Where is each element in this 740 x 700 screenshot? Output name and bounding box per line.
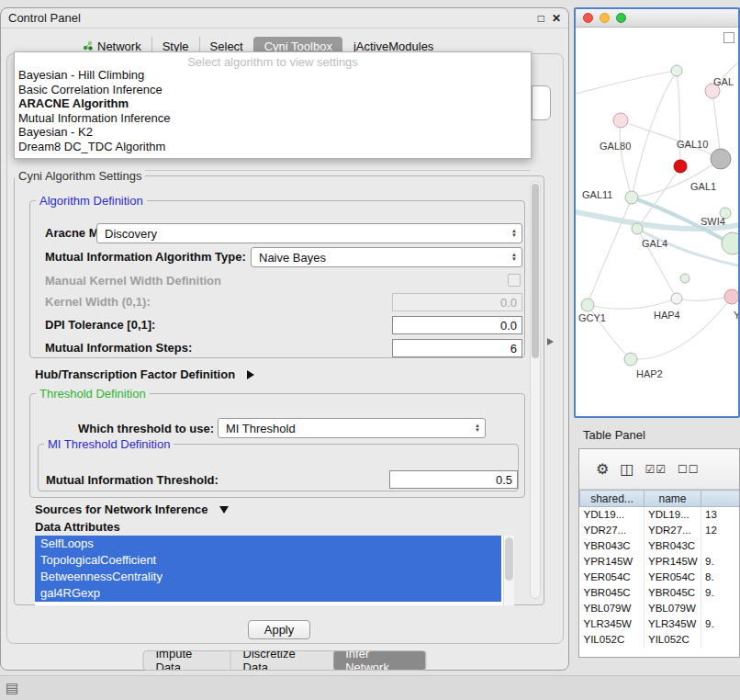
which-threshold-select[interactable]: MI Threshold ▲ ▼: [218, 418, 486, 438]
table-row[interactable]: YDR27...YDR27...12: [580, 523, 740, 538]
network-edge[interactable]: [620, 120, 632, 198]
apply-button[interactable]: Apply: [248, 620, 310, 639]
dpi-tolerance-field[interactable]: [392, 316, 522, 334]
network-node[interactable]: [624, 353, 637, 366]
settings-group-title: Cyni Algorithm Settings: [15, 169, 145, 183]
network-node[interactable]: [671, 65, 682, 76]
mi-steps-field[interactable]: [392, 339, 522, 357]
mi-threshold-label: Mutual Information Threshold:: [46, 473, 219, 487]
network-edge[interactable]: [588, 299, 677, 309]
network-edge[interactable]: [677, 71, 680, 166]
float-window-icon[interactable]: □: [538, 13, 544, 24]
manual-kernel-checkbox[interactable]: [508, 274, 521, 287]
dpi-tolerance-label: DPI Tolerance [0,1]:: [45, 318, 155, 332]
collapse-down-icon[interactable]: [219, 506, 229, 514]
mi-algorithm-type-select[interactable]: Naive Bayes ▲ ▼: [251, 247, 522, 267]
footer-strip: [0, 675, 740, 700]
algorithm-option[interactable]: Bayesian - Hill Climbing: [15, 68, 531, 83]
algorithm-option[interactable]: ARACNE Algorithm: [15, 96, 531, 111]
node-label: GAL4: [642, 238, 667, 249]
combo-down-icon: ▼: [511, 233, 517, 238]
node-label: GAL80: [600, 141, 631, 152]
attributes-scrollbar[interactable]: [503, 536, 514, 605]
algorithm-combo-fragment[interactable]: [532, 85, 551, 120]
bottom-tab-impute-data[interactable]: Impute Data: [144, 651, 230, 670]
network-node[interactable]: [625, 191, 638, 204]
network-node[interactable]: [711, 149, 731, 169]
hub-definition-section[interactable]: Hub/Transcription Factor Definition: [35, 366, 254, 382]
attribute-list-item[interactable]: TopologicalCoefficient: [35, 552, 501, 569]
zoom-traffic-light[interactable]: [616, 13, 626, 23]
splitter-arrow-icon[interactable]: [547, 338, 554, 345]
network-edge[interactable]: [677, 297, 732, 300]
node-label: HAP2: [636, 368, 663, 379]
network-canvas[interactable]: GALGAL80GAL10GAL1GAL11SWI4GAL4GCY1HAP4HA…: [576, 29, 738, 418]
network-edge[interactable]: [576, 71, 677, 94]
deselect-all-checks-icon[interactable]: ☐☐: [678, 464, 700, 475]
network-edge[interactable]: [632, 71, 677, 198]
desktop: Control Panel □ ✕ NetworkStyleSelectCyni…: [0, 0, 740, 700]
settings-scrollbar[interactable]: [530, 181, 541, 599]
column-header[interactable]: name: [645, 491, 701, 507]
bottom-tab-bar: Impute DataDiscretize DataInfer Network: [143, 650, 427, 671]
table-cell: 9.: [701, 585, 740, 601]
minimize-traffic-light[interactable]: [600, 13, 610, 23]
scrollbar-thumb[interactable]: [532, 184, 539, 358]
close-icon[interactable]: ✕: [552, 13, 561, 24]
network-edge[interactable]: [631, 297, 732, 359]
table-row[interactable]: YLR345WYLR345W9.: [580, 616, 740, 632]
table-cell: YDR27...: [645, 523, 701, 538]
table-row[interactable]: YBR045CYBR045C9.: [580, 585, 740, 601]
table-row[interactable]: YPR145WYPR145W9.: [580, 554, 740, 570]
network-node[interactable]: [581, 299, 594, 311]
which-threshold-value: MI Threshold: [226, 422, 296, 435]
which-threshold-label: Which threshold to use:: [78, 422, 214, 435]
bottom-tab-infer-network[interactable]: Infer Network: [332, 651, 425, 670]
table-cell: YBL079W: [580, 601, 645, 616]
table-row[interactable]: YDL19...YDL19...13: [580, 507, 740, 523]
table-cell: YBR045C: [580, 585, 645, 601]
table-row[interactable]: YBR043CYBR043C: [580, 538, 740, 554]
sources-section-header[interactable]: Sources for Network Inference: [35, 501, 229, 517]
expand-right-icon[interactable]: [247, 370, 254, 379]
network-node[interactable]: [722, 232, 738, 254]
column-header[interactable]: [701, 491, 740, 507]
algorithm-option[interactable]: Bayesian - K2: [15, 125, 531, 140]
bottom-tab-discretize-data[interactable]: Discretize Data: [230, 651, 333, 670]
scrollbar-thumb[interactable]: [505, 537, 513, 581]
network-node[interactable]: [671, 293, 682, 304]
column-header[interactable]: shared...: [580, 491, 645, 507]
panel-toggle-icon[interactable]: ▤: [6, 680, 18, 696]
network-node[interactable]: [613, 113, 628, 128]
table-row[interactable]: YIL052CYIL052C: [580, 632, 740, 648]
network-window-titlebar: [576, 9, 738, 28]
combo-arrows-icon: ▲ ▼: [511, 253, 517, 262]
manual-kernel-label: Manual Kernel Width Definition: [45, 274, 221, 288]
table-cell: YDL19...: [645, 507, 701, 523]
mi-threshold-field[interactable]: [389, 470, 518, 489]
columns-icon[interactable]: ◫: [620, 462, 633, 477]
network-node[interactable]: [632, 223, 643, 234]
algorithm-option[interactable]: Basic Correlation Inference: [15, 83, 531, 97]
kernel-width-field[interactable]: [392, 293, 522, 311]
gear-icon[interactable]: ⚙: [596, 462, 609, 477]
algorithm-definition-title: Algorithm Definition: [36, 194, 147, 208]
algorithm-option[interactable]: Dream8 DC_TDC Algorithm: [15, 140, 531, 154]
select-all-checks-icon[interactable]: ☑☑: [645, 464, 667, 475]
attribute-list-item[interactable]: BetweennessCentrality: [35, 569, 501, 585]
network-node[interactable]: [680, 274, 690, 283]
table-row[interactable]: YBL079WYBL079W: [580, 601, 740, 616]
node-label: GAL11: [582, 189, 612, 200]
attribute-list-item[interactable]: SelfLoops: [35, 536, 501, 552]
mi-steps-label: Mutual Information Steps:: [45, 341, 192, 355]
attribute-list-item[interactable]: gal4RGexp: [35, 585, 501, 602]
network-edge[interactable]: [637, 166, 680, 229]
cyni-algorithm-settings-group: Cyni Algorithm Settings Algorithm Defini…: [14, 175, 544, 605]
algorithm-option[interactable]: Mutual Information Inference: [15, 111, 531, 126]
network-node[interactable]: [724, 289, 738, 304]
close-traffic-light[interactable]: [583, 13, 593, 23]
data-attributes-list: SelfLoopsTopologicalCoefficientBetweenne…: [35, 536, 514, 605]
aracne-mode-select[interactable]: Discovery ▲ ▼: [96, 223, 522, 243]
table-row[interactable]: YER054CYER054C8.: [580, 570, 740, 585]
network-node[interactable]: [674, 160, 687, 173]
